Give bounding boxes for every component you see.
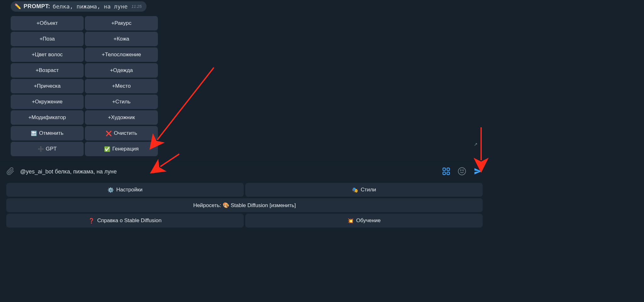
btn-clothes[interactable]: +Одежда <box>85 63 158 78</box>
message-input-bar <box>0 163 489 180</box>
prompt-bubble: ✏️ PROMPT: белка, пижама, на луне 11:25 <box>11 1 147 12</box>
svg-point-6 <box>463 170 463 170</box>
kb-help[interactable]: ❓ Справка о Stable Diffusion <box>6 214 244 228</box>
btn-body[interactable]: +Телосложение <box>85 47 158 62</box>
btn-angle[interactable]: +Ракурс <box>85 16 158 30</box>
btn-undo[interactable]: 🔙 Отменить <box>11 126 84 140</box>
btn-environment[interactable]: +Окружение <box>11 95 84 109</box>
gear-icon: ⚙️ <box>108 187 114 193</box>
kb-settings[interactable]: ⚙️ Настройки <box>6 183 244 197</box>
kb-styles[interactable]: 🎭 Стили <box>245 183 483 197</box>
inline-keyboard: +Объект +Ракурс +Поза +Кожа +Цвет волос … <box>11 16 480 156</box>
svg-rect-1 <box>447 168 449 170</box>
reply-keyboard: ⚙️ Настройки 🎭 Стили Нейросеть: 🎨 Stable… <box>0 182 489 231</box>
btn-haircolor[interactable]: +Цвет волос <box>11 47 84 62</box>
btn-object[interactable]: +Объект <box>11 16 84 30</box>
message-input[interactable] <box>14 168 442 175</box>
btn-gpt[interactable]: ➕ GPT <box>11 142 84 156</box>
btn-modifier[interactable]: +Модификатор <box>11 110 84 125</box>
btn-skin[interactable]: +Кожа <box>85 32 158 46</box>
pencil-icon: ✏️ <box>14 3 21 10</box>
btn-age[interactable]: +Возраст <box>11 63 84 78</box>
send-button[interactable] <box>473 167 483 177</box>
attach-icon[interactable] <box>6 167 14 177</box>
btn-artist[interactable]: +Художник <box>85 110 158 125</box>
btn-style[interactable]: +Стиль <box>85 95 158 109</box>
masks-icon: 🎭 <box>352 187 358 193</box>
cross-icon: ❌ <box>106 130 112 136</box>
share-icon: ↗ <box>474 142 478 147</box>
btn-haircut[interactable]: +Прическа <box>11 79 84 93</box>
check-icon: ✅ <box>104 146 110 152</box>
btn-pose[interactable]: +Поза <box>11 32 84 46</box>
svg-point-5 <box>460 170 461 170</box>
svg-point-4 <box>458 167 465 175</box>
emoji-icon[interactable] <box>458 167 466 177</box>
kb-network[interactable]: Нейросеть: 🎨 Stable Diffusion [изменить] <box>6 198 483 212</box>
commands-icon[interactable] <box>442 167 451 177</box>
plus-icon: ➕ <box>38 146 44 152</box>
prompt-text: белка, пижама, на луне <box>53 3 128 10</box>
back-icon: 🔙 <box>31 130 37 136</box>
message-time: 11:25 <box>131 4 142 9</box>
svg-rect-3 <box>447 172 449 174</box>
svg-rect-2 <box>443 172 446 174</box>
btn-place[interactable]: +Место <box>85 79 158 93</box>
btn-clear[interactable]: ❌ Очистить <box>85 126 158 140</box>
kb-training[interactable]: 💥 Обучение <box>245 214 483 228</box>
prompt-label: PROMPT: <box>24 3 50 10</box>
boom-icon: 💥 <box>347 218 354 224</box>
question-icon: ❓ <box>88 218 95 224</box>
svg-rect-0 <box>443 168 446 170</box>
btn-generate[interactable]: ✅ Генерация <box>85 142 158 156</box>
